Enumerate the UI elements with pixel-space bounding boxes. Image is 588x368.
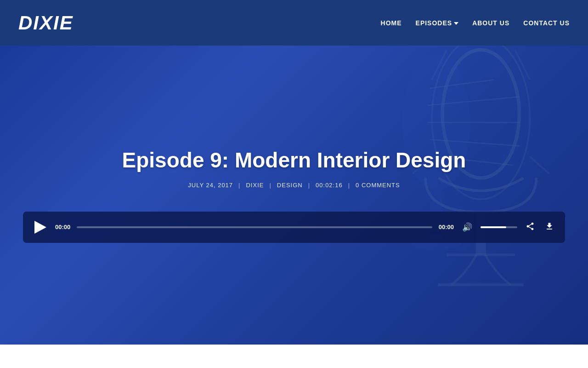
hero-content: Episode 9: Modern Interior Design JULY 2… (104, 148, 485, 189)
share-icon (526, 222, 535, 233)
volume-icon: 🔊 (462, 222, 472, 232)
hero-section: Episode 9: Modern Interior Design JULY 2… (0, 46, 588, 345)
episode-category: DESIGN (277, 182, 303, 189)
episode-comments: 0 COMMENTS (356, 182, 400, 189)
site-header: Dixie HOME EPISODES ABOUT US CONTACT US (0, 0, 588, 46)
play-icon (34, 221, 46, 234)
episode-author: DIXIE (246, 182, 264, 189)
mute-button[interactable]: 🔊 (460, 220, 474, 234)
total-time: 00:00 (439, 224, 454, 230)
play-button[interactable] (32, 219, 49, 236)
svg-line-11 (515, 50, 530, 80)
main-nav: HOME EPISODES ABOUT US CONTACT US (381, 19, 570, 27)
volume-slider[interactable] (481, 226, 517, 228)
microphone-background-icon (335, 46, 588, 345)
episode-title: Episode 9: Modern Interior Design (122, 148, 466, 172)
chevron-down-icon (454, 22, 458, 25)
site-logo[interactable]: Dixie (18, 12, 74, 34)
episode-meta: JULY 24, 2017 | DIXIE | DESIGN | 00:02:1… (122, 182, 466, 189)
share-button[interactable] (524, 221, 537, 234)
svg-line-1 (430, 80, 493, 88)
download-icon (545, 222, 554, 233)
meta-separator-4: | (348, 182, 350, 189)
svg-line-4 (430, 139, 519, 146)
download-button[interactable] (543, 221, 556, 234)
meta-separator-1: | (238, 182, 240, 189)
audio-player: 00:00 00:00 🔊 (23, 212, 565, 243)
content-section: A wonderful serenity has taken possessio… (0, 345, 588, 368)
episode-date: JULY 24, 2017 (188, 182, 233, 189)
progress-bar[interactable] (77, 226, 432, 228)
svg-line-10 (432, 50, 447, 80)
nav-contact[interactable]: CONTACT US (523, 19, 570, 27)
current-time: 00:00 (55, 224, 70, 230)
nav-home[interactable]: HOME (381, 19, 402, 27)
svg-line-2 (428, 97, 520, 105)
nav-about[interactable]: ABOUT US (472, 19, 509, 27)
nav-episodes[interactable]: EPISODES (416, 19, 459, 27)
meta-separator-2: | (269, 182, 271, 189)
svg-line-12 (530, 156, 549, 173)
meta-separator-3: | (308, 182, 310, 189)
volume-fill (481, 226, 506, 228)
episode-duration: 00:02:16 (316, 182, 343, 189)
